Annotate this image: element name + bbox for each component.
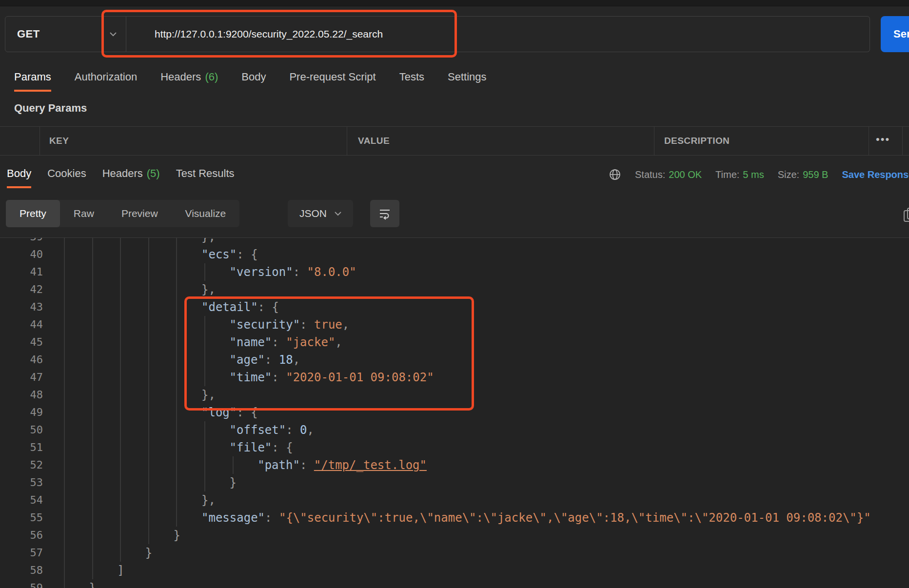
indent-guide bbox=[120, 439, 121, 456]
time-badge: Time: 5 ms bbox=[715, 169, 764, 180]
indent-guide bbox=[176, 404, 177, 421]
indent-guide bbox=[120, 404, 121, 421]
code-content: } bbox=[43, 579, 909, 588]
indent-guide bbox=[204, 369, 205, 386]
tab-authorization[interactable]: Authorization bbox=[75, 64, 137, 92]
wrap-text-button[interactable] bbox=[370, 200, 399, 227]
indent-guide bbox=[64, 369, 65, 386]
tab-body[interactable]: Body bbox=[241, 64, 266, 92]
indent-guide bbox=[64, 298, 65, 316]
indent-guide bbox=[92, 544, 93, 562]
indent-guide bbox=[64, 456, 65, 474]
tab-authorization-label: Authorization bbox=[75, 71, 137, 83]
indent-guide bbox=[92, 527, 93, 544]
code-token: : bbox=[300, 458, 314, 472]
globe-icon[interactable] bbox=[609, 168, 621, 181]
resp-tab-test-results-label: Test Results bbox=[176, 167, 235, 180]
save-response-button[interactable]: Save Response bbox=[842, 169, 909, 180]
code-token: "time" bbox=[230, 371, 272, 384]
tab-tests[interactable]: Tests bbox=[399, 64, 424, 92]
column-value: VALUE bbox=[358, 127, 390, 155]
indent-guide bbox=[148, 421, 149, 439]
line-number: 44 bbox=[0, 316, 43, 333]
code-line: 45"name": "jacke", bbox=[0, 333, 909, 351]
indent-guide bbox=[64, 237, 65, 246]
indent-guide bbox=[64, 579, 65, 588]
response-body[interactable]: 39},40"ecs": {41"version": "8.0.0"42},43… bbox=[0, 237, 909, 588]
table-more-button[interactable]: ••• bbox=[876, 127, 890, 155]
line-number: 43 bbox=[0, 298, 43, 316]
postman-window: GET Send Params Authorization Headers (6… bbox=[0, 0, 909, 588]
tab-headers[interactable]: Headers (6) bbox=[160, 64, 218, 92]
code-token: : bbox=[237, 248, 251, 261]
indent-guide bbox=[233, 456, 234, 474]
resp-tab-test-results[interactable]: Test Results bbox=[176, 161, 235, 188]
code-content: } bbox=[43, 527, 909, 544]
query-params-label: Query Params bbox=[14, 98, 87, 119]
indent-guide bbox=[120, 351, 121, 369]
code-token: "2020-01-01 09:08:02" bbox=[286, 371, 434, 384]
indent-guide bbox=[64, 246, 65, 263]
indent-guide bbox=[204, 316, 205, 333]
chevron-down-icon bbox=[109, 32, 117, 37]
code-token: { bbox=[251, 248, 257, 261]
tab-pre-request-script[interactable]: Pre-request Script bbox=[289, 64, 375, 92]
code-token: } bbox=[230, 476, 237, 490]
indent-guide bbox=[176, 421, 177, 439]
code-content: ] bbox=[43, 562, 909, 579]
tab-params[interactable]: Params bbox=[14, 64, 51, 92]
code-token: : bbox=[265, 511, 279, 525]
request-tabs: Params Authorization Headers (6) Body Pr… bbox=[14, 64, 487, 92]
indent-guide bbox=[204, 263, 205, 281]
line-number: 42 bbox=[0, 281, 43, 298]
method-select[interactable]: GET bbox=[5, 16, 126, 52]
indent-guide bbox=[148, 333, 149, 351]
indent-guide bbox=[92, 491, 93, 509]
copy-icon[interactable] bbox=[902, 207, 909, 223]
size-label: Size: bbox=[778, 169, 799, 180]
code-token: ] bbox=[117, 564, 124, 577]
code-content: "security": true, bbox=[43, 316, 909, 333]
indent-guide bbox=[92, 351, 93, 369]
indent-guide bbox=[176, 456, 177, 474]
file-path-link[interactable]: "/tmp/_test.log" bbox=[314, 458, 427, 472]
indent-guide bbox=[64, 386, 65, 404]
indent-guide bbox=[120, 298, 121, 316]
code-token: : bbox=[272, 441, 286, 454]
indent-guide bbox=[148, 527, 149, 544]
resp-tab-headers[interactable]: Headers (5) bbox=[102, 161, 160, 188]
wrap-text-icon bbox=[378, 207, 392, 220]
send-button[interactable]: Send bbox=[881, 16, 909, 52]
code-token: { bbox=[286, 441, 293, 454]
view-pretty[interactable]: Pretty bbox=[6, 200, 60, 227]
view-visualize[interactable]: Visualize bbox=[172, 200, 240, 227]
code-content: }, bbox=[43, 386, 909, 404]
line-number: 53 bbox=[0, 474, 43, 491]
indent-guide bbox=[120, 246, 121, 263]
indent-guide bbox=[176, 263, 177, 281]
code-token: }, bbox=[201, 237, 216, 244]
url-input[interactable] bbox=[126, 16, 870, 52]
format-select[interactable]: JSON bbox=[288, 200, 353, 227]
code-line: 59} bbox=[0, 579, 909, 588]
status-value: 200 OK bbox=[669, 169, 702, 180]
view-preview[interactable]: Preview bbox=[108, 200, 172, 227]
code-content: "offset": 0, bbox=[43, 421, 909, 439]
code-line: 57} bbox=[0, 544, 909, 562]
code-line: 44"security": true, bbox=[0, 316, 909, 333]
view-raw[interactable]: Raw bbox=[60, 200, 108, 227]
resp-tab-body-label: Body bbox=[7, 167, 31, 180]
code-content: "path": "/tmp/_test.log" bbox=[43, 456, 909, 474]
code-token: : bbox=[272, 335, 286, 349]
indent-guide bbox=[176, 237, 177, 246]
line-number: 39 bbox=[0, 237, 43, 246]
indent-guide bbox=[64, 281, 65, 298]
code-line: 39}, bbox=[0, 237, 909, 246]
resp-tab-body[interactable]: Body bbox=[7, 161, 31, 188]
indent-guide bbox=[148, 298, 149, 316]
tab-settings[interactable]: Settings bbox=[448, 64, 487, 92]
resp-tab-cookies[interactable]: Cookies bbox=[47, 161, 86, 188]
code-token: : bbox=[286, 423, 300, 437]
indent-guide bbox=[92, 263, 93, 281]
indent-guide bbox=[92, 562, 93, 579]
